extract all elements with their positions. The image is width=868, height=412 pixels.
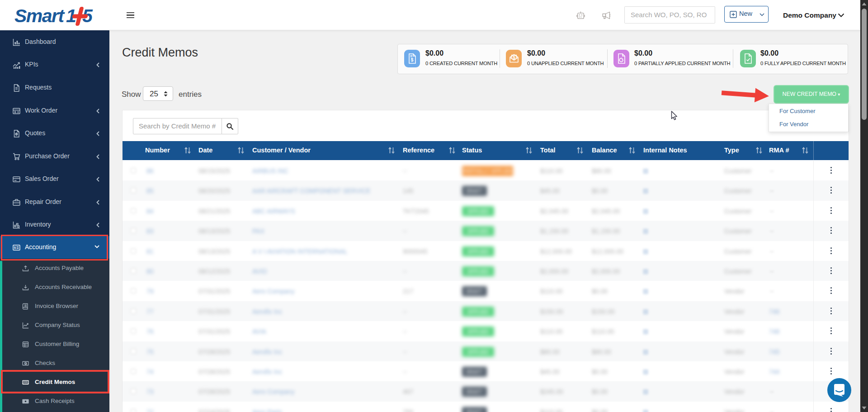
svg-text:@: @ bbox=[25, 362, 28, 365]
svg-text:$: $ bbox=[411, 57, 414, 62]
svg-text:$: $ bbox=[513, 55, 515, 60]
svg-text:Smart: Smart bbox=[14, 5, 66, 26]
